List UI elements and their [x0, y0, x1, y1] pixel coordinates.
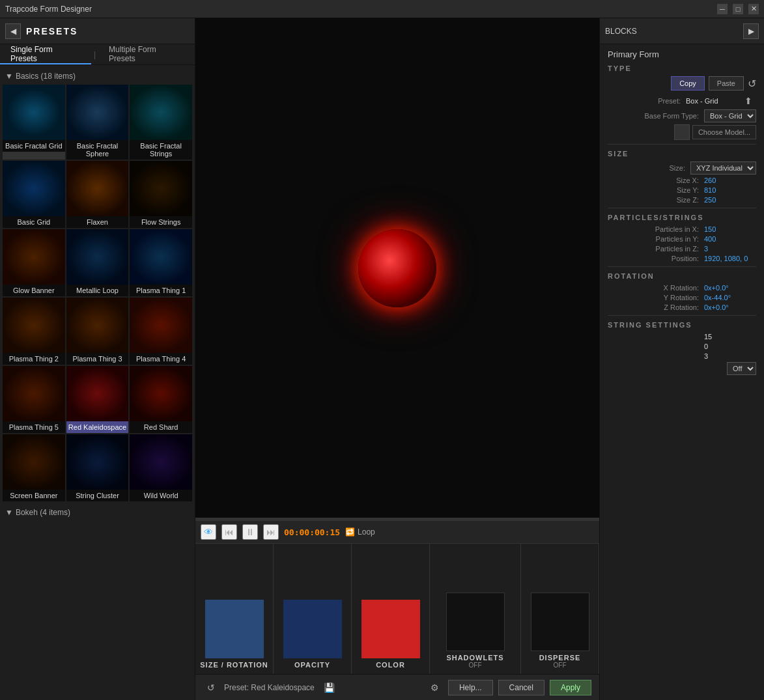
list-item[interactable]: Basic Fractal Sphere	[66, 85, 129, 160]
list-item[interactable]: Basic Grid	[3, 161, 65, 228]
list-item[interactable]: Screen Banner	[3, 434, 65, 501]
app-title: Trapcode Form Designer	[5, 5, 92, 14]
tab-disperse[interactable]: DISPERSE OFF	[521, 544, 599, 674]
group-expand-icon: ▼	[5, 508, 13, 517]
preview-area	[195, 18, 599, 518]
size-rotation-swatch	[205, 600, 264, 658]
nav-back-button[interactable]: ◀	[5, 23, 21, 39]
base-form-label: Base Form Type:	[626, 112, 704, 120]
copy-button[interactable]: Copy	[671, 76, 705, 91]
list-item[interactable]: Plasma Thing 3	[66, 298, 129, 365]
string-val3: 3	[704, 352, 756, 360]
string-dropdown-row: Off	[608, 362, 756, 375]
pause-button[interactable]: ⏸	[242, 524, 258, 540]
size-x-label: Size X:	[626, 176, 704, 184]
blocks-nav-button[interactable]: ▶	[743, 23, 759, 39]
preset-label: Basic Fractal Strings	[130, 140, 192, 160]
choose-model-button[interactable]: Choose Model...	[692, 125, 756, 139]
maximize-button[interactable]: □	[733, 4, 743, 14]
shadowlets-label: SHADOWLETS	[446, 654, 503, 662]
list-item[interactable]: Flow Strings	[130, 161, 192, 228]
type-reset-button[interactable]: ↺	[748, 77, 756, 90]
apply-button[interactable]: Apply	[550, 680, 591, 695]
loop-button[interactable]: 🔁 Loop	[345, 527, 375, 537]
right-panel: BLOCKS ▶ Primary Form TYPE Copy Paste ↺ …	[599, 18, 764, 700]
preset-display: Preset: Red Kaleidospace	[224, 683, 315, 692]
base-form-select[interactable]: Box - Grid	[704, 109, 756, 122]
opacity-swatch	[283, 600, 342, 658]
paste-button[interactable]: Paste	[709, 76, 744, 91]
tab-opacity[interactable]: OPACITY	[274, 544, 352, 674]
x-rotation-row: X Rotation: 0x+0.0°	[608, 284, 756, 292]
list-item[interactable]: Wild World	[130, 434, 192, 501]
list-item[interactable]: String Cluster	[66, 434, 129, 501]
string-dropdown-select[interactable]: Off	[727, 362, 756, 375]
list-item[interactable]: Red Kaleidospace	[66, 366, 129, 433]
position-value: 1920, 1080, 0	[704, 255, 756, 262]
close-button[interactable]: ✕	[748, 4, 759, 14]
x-rotation-label: X Rotation:	[626, 284, 704, 292]
list-item[interactable]: Flaxen	[66, 161, 129, 228]
tab-size-rotation[interactable]: SIZE / ROTATION	[195, 544, 274, 674]
preset-thumb	[66, 298, 129, 353]
preview-toggle-button[interactable]: 👁	[201, 524, 216, 540]
bottom-toolbar: ↺ Preset: Red Kaleidospace 💾 ⚙ Help... C…	[195, 674, 599, 700]
preset-label: Plasma Thing 5	[3, 421, 65, 433]
preset-label: String Cluster	[66, 490, 129, 501]
group-bokeh-header[interactable]: ▼ Bokeh (4 items)	[3, 504, 192, 521]
cancel-button[interactable]: Cancel	[498, 680, 545, 695]
group-basics-header[interactable]: ▼ Basics (18 items)	[3, 68, 192, 85]
divider-3	[608, 266, 756, 267]
particles-x-value: 150	[704, 225, 756, 233]
reset-button[interactable]: ↺	[203, 681, 219, 694]
tab-separator: |	[91, 50, 98, 59]
disperse-swatch	[531, 593, 589, 651]
preset-label: Screen Banner	[3, 490, 65, 501]
preset-thumb	[66, 161, 129, 216]
preset-thumb	[130, 434, 192, 490]
particles-y-value: 400	[704, 235, 756, 243]
preset-label: Plasma Thing 3	[66, 353, 129, 365]
z-rotation-row: Z Rotation: 0x+0.0°	[608, 303, 756, 311]
preset-label: Flaxen	[66, 216, 129, 228]
tab-single-form[interactable]: Single Form Presets	[0, 44, 91, 64]
right-header: BLOCKS ▶	[600, 18, 764, 44]
group-collapse-icon: ▼	[5, 72, 13, 81]
divider-2	[608, 208, 756, 208]
opacity-label: OPACITY	[294, 661, 330, 669]
size-z-value: 250	[704, 196, 756, 204]
forward-button[interactable]: ⏭	[263, 524, 279, 540]
tab-multiple-form[interactable]: Multiple Form Presets	[98, 44, 195, 64]
preset-thumb	[130, 161, 192, 216]
minimize-button[interactable]: ─	[717, 4, 728, 14]
size-select[interactable]: XYZ Individual	[690, 161, 756, 175]
preset-thumb	[66, 85, 129, 140]
list-item[interactable]: Plasma Thing 5	[3, 366, 65, 433]
preset-label: Red Kaleidospace	[66, 421, 129, 433]
preset-export-button[interactable]: ⬆	[741, 94, 756, 107]
help-button[interactable]: Help...	[448, 680, 493, 695]
left-panel: ◀ PRESETS Single Form Presets | Multiple…	[0, 18, 195, 700]
save-button[interactable]: 💾	[320, 681, 339, 694]
list-item[interactable]: Plasma Thing 4	[130, 298, 192, 365]
list-item[interactable]: Plasma Thing 1	[130, 229, 192, 296]
preset-label: Basic Fractal Sphere	[66, 140, 129, 160]
list-item[interactable]: Basic Fractal Grid	[3, 85, 65, 160]
presets-tabs: Single Form Presets | Multiple Form Pres…	[0, 44, 195, 65]
particles-z-label: Particles in Z:	[626, 245, 704, 253]
tab-shadowlets[interactable]: SHADOWLETS OFF	[430, 544, 521, 674]
shadowlets-swatch	[446, 593, 505, 651]
list-item[interactable]: Glow Banner	[3, 229, 65, 296]
preset-thumb	[3, 161, 65, 216]
loop-icon: 🔁	[345, 527, 355, 537]
preset-label: Plasma Thing 2	[3, 353, 65, 365]
settings-button[interactable]: ⚙	[427, 681, 443, 694]
list-item[interactable]: Metallic Loop	[66, 229, 129, 296]
list-item[interactable]: Red Shard	[130, 366, 192, 433]
list-item[interactable]: Plasma Thing 2	[3, 298, 65, 365]
tab-color[interactable]: COLOR	[352, 544, 430, 674]
y-rotation-value: 0x-44.0°	[704, 294, 756, 301]
rewind-button[interactable]: ⏮	[221, 524, 237, 540]
string-val3-row: 3	[608, 352, 756, 360]
list-item[interactable]: Basic Fractal Strings	[130, 85, 192, 160]
